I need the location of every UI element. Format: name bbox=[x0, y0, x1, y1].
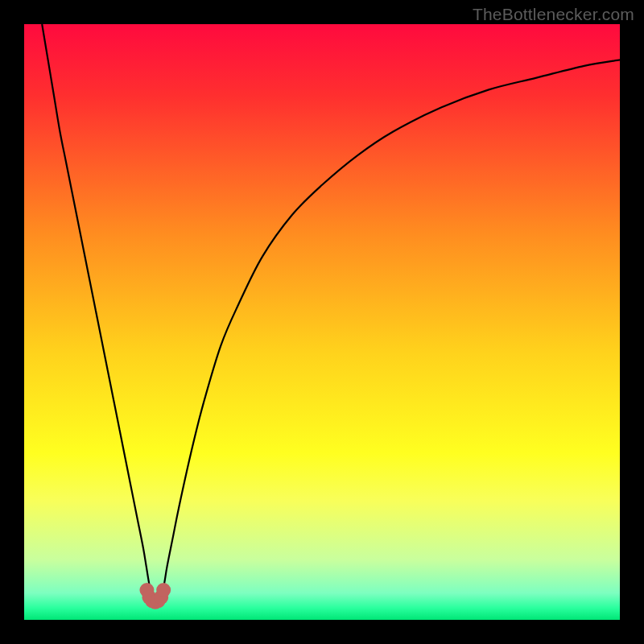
plot-area bbox=[24, 24, 620, 620]
marker-dot bbox=[156, 583, 171, 597]
attribution-text: TheBottlenecker.com bbox=[473, 5, 634, 24]
outer-frame: TheBottlenecker.com bbox=[0, 0, 644, 644]
gradient-background bbox=[24, 24, 620, 620]
bottleneck-chart bbox=[24, 24, 620, 620]
